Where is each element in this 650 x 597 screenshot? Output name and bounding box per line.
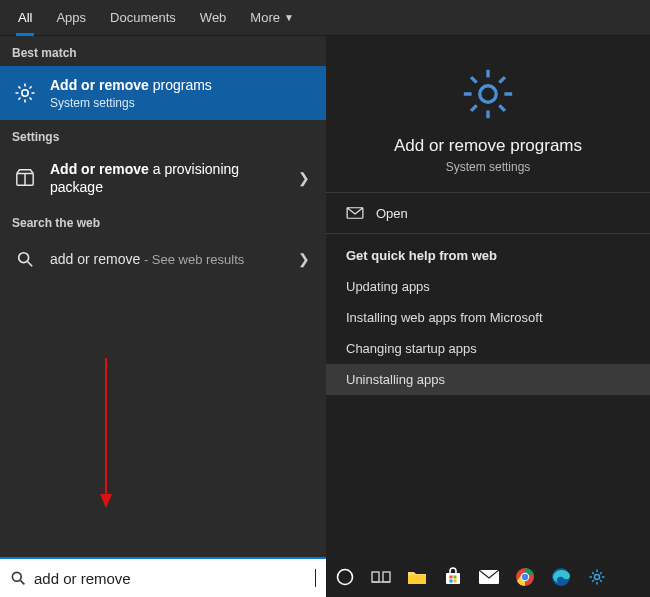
preview-title: Add or remove programs xyxy=(346,136,630,156)
svg-rect-14 xyxy=(454,576,457,579)
svg-rect-13 xyxy=(450,576,453,579)
svg-rect-16 xyxy=(454,580,457,583)
chevron-right-icon: ❯ xyxy=(294,251,314,267)
cortana-icon[interactable] xyxy=(334,566,356,588)
result-title: Add or remove a provisioning package xyxy=(50,160,282,196)
search-input[interactable] xyxy=(34,570,307,587)
bottom-bar xyxy=(0,557,650,597)
result-title: add or remove - See web results xyxy=(50,251,282,267)
tab-label: Documents xyxy=(110,10,176,25)
gear-icon xyxy=(12,80,38,106)
svg-point-22 xyxy=(595,575,600,580)
annotation-arrow-icon xyxy=(96,354,116,514)
svg-rect-9 xyxy=(372,572,379,582)
tab-label: All xyxy=(18,10,32,25)
svg-rect-12 xyxy=(446,573,460,584)
microsoft-store-icon[interactable] xyxy=(442,566,464,588)
result-title: Add or remove programs xyxy=(50,76,314,94)
chevron-down-icon: ▼ xyxy=(284,12,294,23)
file-explorer-icon[interactable] xyxy=(406,566,428,588)
search-icon xyxy=(12,246,38,272)
tab-web[interactable]: Web xyxy=(188,0,239,36)
section-best-match: Best match xyxy=(0,36,326,66)
result-add-remove-programs[interactable]: Add or remove programs System settings xyxy=(0,66,326,120)
action-label: Open xyxy=(376,206,408,221)
search-icon xyxy=(10,570,26,586)
chevron-right-icon: ❯ xyxy=(294,170,314,186)
open-icon xyxy=(346,205,364,221)
gear-icon xyxy=(456,62,520,126)
result-subtitle: System settings xyxy=(50,96,314,110)
svg-point-20 xyxy=(522,574,528,580)
svg-point-8 xyxy=(338,570,353,585)
svg-point-7 xyxy=(12,572,21,581)
svg-point-0 xyxy=(22,90,28,96)
tab-apps[interactable]: Apps xyxy=(44,0,98,36)
help-installing-web-apps[interactable]: Installing web apps from Microsoft xyxy=(326,302,650,333)
svg-rect-10 xyxy=(383,572,390,582)
tab-label: Web xyxy=(200,10,227,25)
preview-subtitle: System settings xyxy=(346,160,630,174)
settings-sync-icon[interactable] xyxy=(586,566,608,588)
results-pane: Best match Add or remove programs System… xyxy=(0,36,326,557)
help-updating-apps[interactable]: Updating apps xyxy=(326,271,650,302)
tab-more[interactable]: More ▼ xyxy=(238,0,306,36)
svg-marker-4 xyxy=(100,494,112,508)
search-box[interactable] xyxy=(0,557,326,597)
task-view-icon[interactable] xyxy=(370,566,392,588)
help-uninstalling-apps[interactable]: Uninstalling apps xyxy=(326,364,650,395)
preview-pane: Add or remove programs System settings O… xyxy=(326,36,650,557)
taskbar xyxy=(326,557,650,597)
edge-icon[interactable] xyxy=(550,566,572,588)
action-open[interactable]: Open xyxy=(326,193,650,233)
tab-documents[interactable]: Documents xyxy=(98,0,188,36)
text-caret xyxy=(315,569,316,587)
result-provisioning-package[interactable]: Add or remove a provisioning package ❯ xyxy=(0,150,326,206)
svg-rect-15 xyxy=(450,580,453,583)
mail-icon[interactable] xyxy=(478,566,500,588)
search-scope-tabs: All Apps Documents Web More ▼ xyxy=(0,0,650,36)
section-settings: Settings xyxy=(0,120,326,150)
section-search-web: Search the web xyxy=(0,206,326,236)
chrome-icon[interactable] xyxy=(514,566,536,588)
help-changing-startup-apps[interactable]: Changing startup apps xyxy=(326,333,650,364)
tab-label: More xyxy=(250,10,280,25)
result-web-search[interactable]: add or remove - See web results ❯ xyxy=(0,236,326,282)
svg-point-2 xyxy=(19,253,29,263)
package-icon xyxy=(12,165,38,191)
tab-all[interactable]: All xyxy=(6,0,44,36)
tab-label: Apps xyxy=(56,10,86,25)
svg-point-5 xyxy=(480,86,496,102)
help-header: Get quick help from web xyxy=(326,234,650,271)
svg-rect-11 xyxy=(408,575,426,584)
